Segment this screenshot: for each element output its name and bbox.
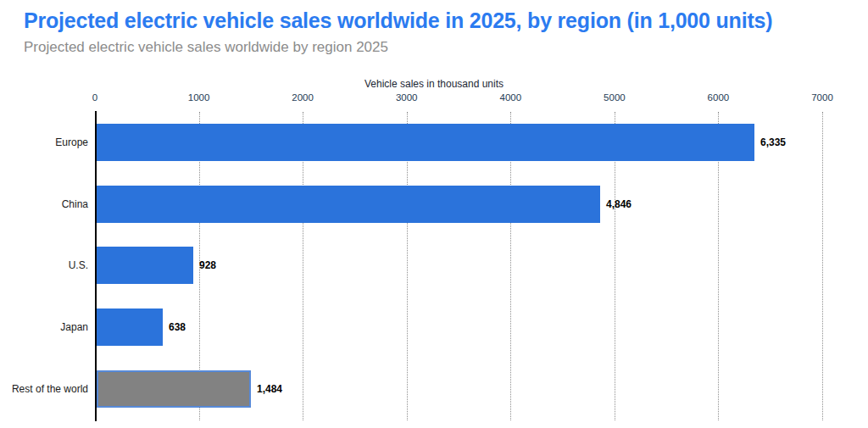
gridline-7000 bbox=[822, 112, 823, 420]
value-label: 6,335 bbox=[760, 124, 786, 161]
value-label: 1,484 bbox=[257, 370, 282, 408]
x-tick-label: 1000 bbox=[172, 92, 226, 103]
value-label: 638 bbox=[169, 308, 186, 346]
value-label: 4,846 bbox=[606, 186, 632, 223]
category-label: Japan bbox=[0, 308, 88, 346]
bar-rest-of-the-world bbox=[97, 370, 251, 408]
bar-europe bbox=[97, 124, 754, 161]
x-tick-label: 7000 bbox=[795, 92, 849, 103]
x-tick-label: 5000 bbox=[587, 92, 642, 103]
value-label: 928 bbox=[199, 247, 216, 284]
bar-japan bbox=[97, 308, 163, 346]
x-tick-label: 2000 bbox=[275, 92, 330, 103]
x-tick-label: 0 bbox=[68, 92, 122, 103]
category-label: Europe bbox=[0, 124, 88, 161]
x-tick-label: 4000 bbox=[483, 92, 537, 103]
category-label: U.S. bbox=[0, 247, 88, 284]
bar-u-s- bbox=[97, 247, 193, 284]
bar-china bbox=[97, 186, 600, 223]
x-tick-label: 6000 bbox=[691, 92, 745, 103]
category-label: Rest of the world bbox=[0, 370, 88, 408]
plot-area: 01000200030004000500060007000Europe6,335… bbox=[0, 0, 868, 428]
category-label: China bbox=[0, 186, 88, 223]
x-tick-label: 3000 bbox=[380, 92, 434, 103]
